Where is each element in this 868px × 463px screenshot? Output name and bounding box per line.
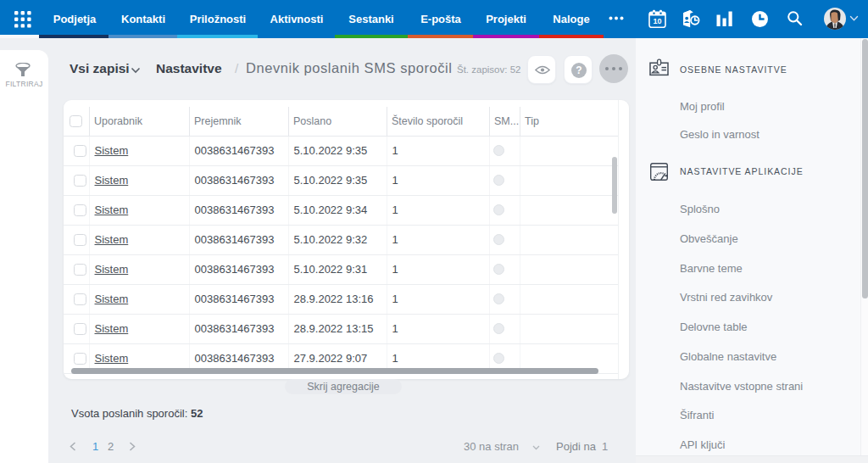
svg-text:10: 10 bbox=[653, 17, 661, 25]
